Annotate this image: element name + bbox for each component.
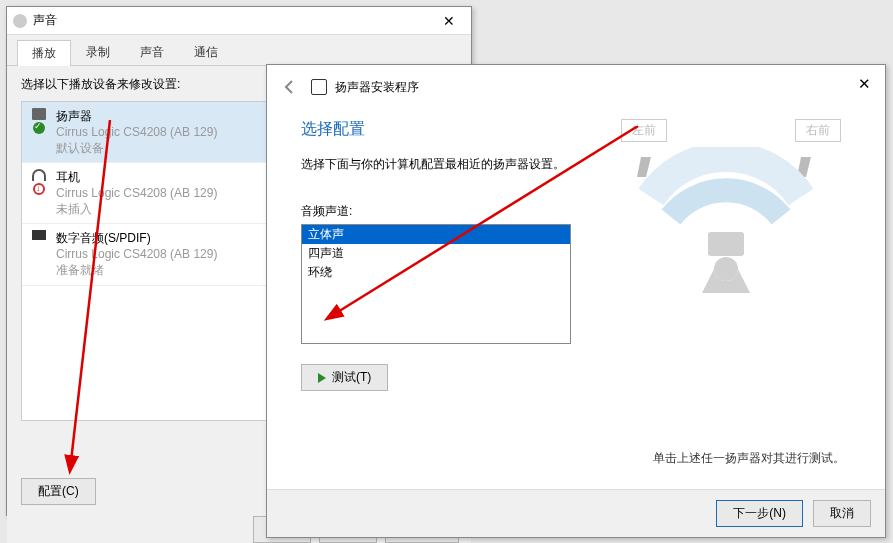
wizard-title: 扬声器安装程序 [335,79,419,96]
unplugged-icon [33,183,45,195]
right-front-label[interactable]: 右前 [795,119,841,142]
channel-option-quad[interactable]: 四声道 [302,244,570,263]
tab-playback[interactable]: 播放 [17,40,71,66]
channel-option-surround[interactable]: 环绕 [302,263,570,282]
close-icon[interactable]: ✕ [429,9,469,33]
svg-rect-0 [708,232,744,256]
speaker-device-icon [32,108,46,120]
speaker-icon [13,14,27,28]
sound-tabs: 播放 录制 声音 通信 [7,39,471,66]
close-icon[interactable]: ✕ [849,71,879,97]
tab-comm[interactable]: 通信 [179,39,233,65]
check-icon [33,122,45,134]
play-icon [318,373,326,383]
left-front-label[interactable]: 左前 [621,119,667,142]
tab-sound[interactable]: 声音 [125,39,179,65]
back-button[interactable] [277,74,303,100]
sound-titlebar: 声音 ✕ [7,7,471,35]
channel-option-stereo[interactable]: 立体声 [302,225,570,244]
wizard-subtext: 选择下面与你的计算机配置最相近的扬声器设置。 [301,156,591,173]
test-button-label: 测试(T) [332,369,371,386]
wizard-cancel-button[interactable]: 取消 [813,500,871,527]
wizard-heading: 选择配置 [301,119,591,140]
svg-point-1 [714,257,738,281]
speaker-diagram: 左前 右前 [611,109,851,391]
digital-audio-icon [32,230,46,240]
test-button[interactable]: 测试(T) [301,364,388,391]
audio-channel-list[interactable]: 立体声 四声道 环绕 [301,224,571,344]
speaker-setup-wizard: ✕ 扬声器安装程序 选择配置 选择下面与你的计算机配置最相近的扬声器设置。 音频… [266,64,886,538]
sound-window-title: 声音 [33,12,429,29]
wizard-footer: 下一步(N) 取消 [267,489,885,537]
wizard-hint: 单击上述任一扬声器对其进行测试。 [653,450,845,467]
tab-recording[interactable]: 录制 [71,39,125,65]
next-button[interactable]: 下一步(N) [716,500,803,527]
wizard-header: 扬声器安装程序 [267,65,885,109]
channel-label: 音频声道: [301,203,591,220]
wizard-speaker-icon [311,79,327,95]
headphone-icon [32,169,46,181]
configure-button[interactable]: 配置(C) [21,478,96,505]
